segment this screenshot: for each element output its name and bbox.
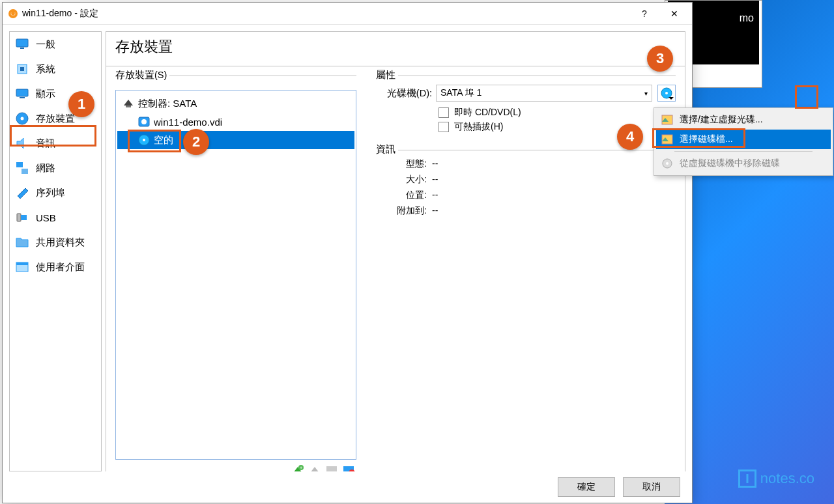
checkbox-label: 即時 CD/DVD(L): [454, 107, 521, 119]
hdd-icon: [138, 116, 150, 128]
disc-icon: [661, 87, 672, 99]
folder-icon: [15, 235, 29, 249]
sidebar-label: 網路: [36, 162, 55, 175]
step-badge-3: 3: [647, 46, 673, 72]
menu-label: 從虛擬磁碟機中移除磁碟: [680, 158, 780, 169]
info-location-label: 位置:: [376, 189, 432, 201]
ui-icon: [15, 260, 29, 274]
ok-button[interactable]: 確定: [558, 477, 615, 497]
info-attached-label: 附加到:: [376, 205, 432, 217]
sidebar-label: 存放裝置: [36, 113, 75, 125]
svg-rect-13: [21, 215, 27, 220]
sidebar-item-shared-folders[interactable]: 共用資料夾: [10, 230, 101, 255]
svg-rect-2: [16, 39, 28, 47]
watermark: notes.co: [738, 469, 814, 488]
info-value: --: [432, 158, 438, 170]
svg-text:+: +: [300, 465, 303, 471]
step-badge-2: 2: [183, 129, 209, 155]
help-button[interactable]: ?: [629, 3, 659, 24]
sidebar-label: 共用資料夾: [36, 236, 85, 249]
window-title: win11-demo - 設定: [22, 8, 629, 20]
step-badge-1: 1: [68, 91, 94, 117]
tree-label: win11-demo.vdi: [154, 117, 222, 128]
highlight-empty-optical: [128, 130, 181, 152]
chip-icon: [15, 62, 29, 76]
sidebar-item-network[interactable]: 網路: [10, 156, 101, 180]
sidebar-label: 序列埠: [36, 187, 65, 199]
live-cd-checkbox[interactable]: [439, 107, 449, 118]
sidebar-label: USB: [36, 212, 56, 223]
svg-rect-10: [16, 162, 23, 167]
menu-remove-disk: 從虛擬磁碟機中移除磁碟: [656, 154, 831, 173]
settings-dialog: win11-demo - 設定 ? ✕ 一般 系統 顯示 存放裝置 音訊 網路 …: [2, 2, 693, 503]
info-value: --: [432, 205, 438, 217]
add-controller-button[interactable]: +: [291, 464, 304, 471]
hotplug-checkbox[interactable]: [439, 122, 449, 132]
info-type-label: 型態:: [376, 158, 432, 170]
disc-remove-icon: [661, 158, 673, 169]
cancel-button[interactable]: 取消: [623, 477, 680, 497]
controller-icon: [122, 98, 134, 109]
optical-drive-label: 光碟機(D):: [376, 87, 432, 100]
storage-toolbar: +: [115, 460, 356, 471]
checkbox-label: 可熱插拔(H): [454, 121, 503, 133]
choose-disk-button[interactable]: [657, 85, 676, 102]
network-icon: [15, 161, 29, 175]
serial-icon: [15, 186, 29, 200]
highlight-disc-button: [795, 85, 818, 109]
svg-rect-5: [20, 67, 24, 71]
sidebar-item-serial[interactable]: 序列埠: [10, 180, 101, 205]
sidebar-item-general[interactable]: 一般: [10, 32, 101, 57]
usb-icon: [15, 210, 29, 225]
titlebar: win11-demo - 設定 ? ✕: [3, 3, 692, 25]
svg-point-28: [665, 92, 668, 94]
display-icon: [15, 87, 29, 101]
info-size-label: 大小:: [376, 174, 432, 186]
tree-label: 控制器: SATA: [138, 98, 197, 110]
image-icon: [661, 114, 673, 126]
menu-label: 選擇/建立虛擬光碟...: [680, 114, 763, 126]
sidebar-label: 使用者介面: [36, 261, 85, 273]
sidebar-item-usb[interactable]: USB: [10, 205, 101, 230]
remove-attachment-button[interactable]: [342, 464, 355, 471]
sidebar-label: 系統: [36, 63, 55, 76]
monitor-icon: [15, 37, 29, 51]
svg-rect-15: [16, 262, 28, 265]
svg-point-32: [666, 162, 669, 165]
add-attachment-button[interactable]: [325, 464, 338, 471]
app-icon: [8, 8, 18, 19]
dialog-footer: 確定 取消: [3, 471, 692, 503]
svg-rect-16: [126, 105, 131, 107]
svg-rect-3: [20, 48, 24, 49]
svg-rect-29: [662, 115, 672, 124]
svg-point-9: [21, 117, 24, 120]
sidebar-label: 一般: [36, 38, 55, 51]
remove-controller-button[interactable]: [308, 464, 321, 471]
info-value: --: [432, 174, 438, 186]
close-button[interactable]: ✕: [659, 3, 689, 24]
panel-heading: 存放裝置: [106, 31, 685, 66]
svg-rect-11: [22, 169, 28, 174]
svg-point-18: [141, 119, 147, 124]
select-value: SATA 埠 1: [440, 87, 482, 99]
highlight-choose-disk-menu: [652, 128, 745, 148]
sidebar-item-ui[interactable]: 使用者介面: [10, 255, 101, 279]
menu-separator: [674, 151, 812, 152]
storage-icon: [15, 111, 29, 126]
sidebar-label: 顯示: [36, 88, 55, 100]
menu-choose-create-virtual-disk[interactable]: 選擇/建立虛擬光碟...: [656, 110, 831, 130]
sidebar-item-system[interactable]: 系統: [10, 57, 101, 81]
svg-rect-12: [17, 214, 21, 221]
tree-controller[interactable]: 控制器: SATA: [117, 94, 354, 113]
info-value: --: [432, 189, 438, 201]
svg-rect-7: [20, 97, 25, 98]
optical-drive-select[interactable]: SATA 埠 1 ▾: [436, 85, 652, 102]
svg-rect-23: [326, 466, 337, 471]
step-badge-4: 4: [617, 124, 643, 150]
highlight-storage-sidebar: [10, 125, 96, 147]
tree-disk[interactable]: win11-demo.vdi: [117, 113, 354, 131]
svg-rect-6: [16, 89, 28, 96]
